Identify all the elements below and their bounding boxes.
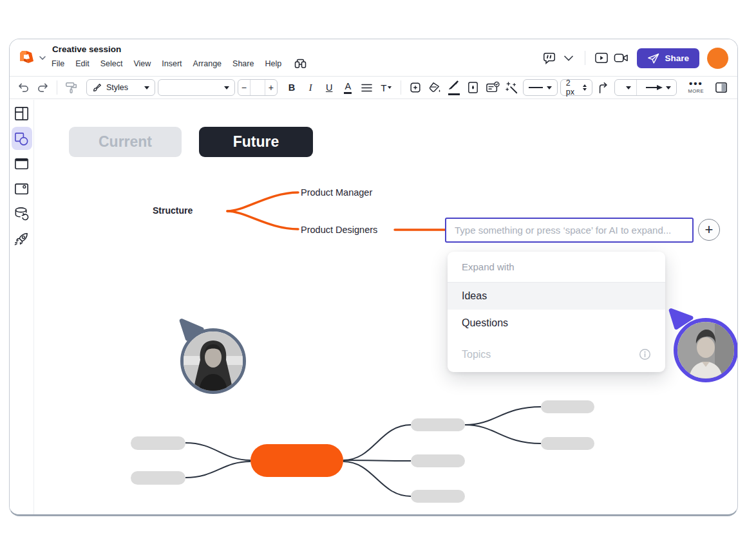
chevron-down-icon — [224, 86, 229, 89]
mindmap-child-product-manager[interactable]: Product Manager — [301, 187, 372, 198]
more-options-button[interactable]: ••• MORE — [688, 81, 704, 94]
font-size-value[interactable] — [250, 80, 265, 95]
border-color-icon[interactable] — [446, 79, 462, 96]
undo-icon[interactable] — [15, 79, 32, 96]
menu-edit[interactable]: Edit — [75, 59, 90, 68]
info-icon[interactable] — [639, 348, 651, 360]
magic-wand-icon[interactable] — [504, 79, 520, 96]
rocket-icon — [14, 231, 30, 247]
sidebar-item-frames[interactable] — [12, 152, 32, 175]
sidebar-item-templates[interactable] — [12, 102, 32, 125]
frame-icon — [14, 156, 30, 172]
opacity-icon[interactable] — [465, 79, 482, 96]
sidebar-item-shapes[interactable] — [12, 127, 32, 150]
tag-future[interactable]: Future — [199, 127, 313, 157]
board-title[interactable]: Creative session — [52, 44, 121, 54]
app-logo-icon[interactable] — [18, 48, 35, 66]
sidebar-item-data-import[interactable] — [12, 202, 32, 225]
stroke-width-value: 2 px — [566, 79, 580, 97]
share-button-label: Share — [665, 53, 689, 63]
styles-dropdown[interactable]: Styles — [86, 79, 155, 96]
text-color-button[interactable]: A — [340, 81, 356, 93]
search-objects-icon[interactable] — [294, 59, 307, 69]
panel-toggle-icon[interactable] — [713, 79, 730, 96]
toolbar-divider — [401, 80, 401, 95]
mindmap-child-product-designers[interactable]: Product Designers — [301, 225, 377, 235]
menu-file[interactable]: File — [52, 59, 64, 68]
current-user-avatar[interactable] — [707, 48, 728, 69]
comments-icon[interactable] — [540, 48, 559, 68]
menubar: File Edit Select View Insert Arrange Sha… — [52, 59, 307, 69]
font-size-stepper: − + — [238, 79, 277, 96]
image-icon — [14, 181, 30, 197]
styles-dropdown-label: Styles — [106, 83, 128, 92]
line-start-dropdown[interactable] — [615, 80, 637, 95]
expand-menu-item-ideas[interactable]: Ideas — [448, 283, 665, 310]
app-header: Creative session File Edit Select View I… — [10, 39, 737, 76]
decrease-icon — [583, 88, 587, 91]
expand-menu-item-topics-label: Topics — [462, 349, 491, 360]
connector-elbow-icon[interactable] — [595, 79, 612, 96]
chevron-down-icon — [666, 86, 671, 89]
card-check-icon[interactable] — [484, 79, 501, 96]
sidebar-item-apps[interactable] — [12, 227, 32, 250]
chevron-down-icon — [388, 86, 392, 89]
menu-share[interactable]: Share — [232, 59, 254, 68]
menu-arrange[interactable]: Arrange — [193, 59, 222, 68]
style-pen-icon — [92, 82, 102, 93]
toolbar-divider — [57, 80, 57, 95]
database-sync-icon — [14, 206, 30, 222]
redo-icon[interactable] — [34, 79, 51, 96]
menu-insert[interactable]: Insert — [162, 59, 182, 68]
header-right-controls: Share — [540, 47, 728, 69]
chevron-down-icon — [144, 86, 149, 89]
font-size-increase-button[interactable]: + — [265, 80, 277, 95]
add-node-button[interactable]: + — [698, 219, 720, 241]
templates-icon — [14, 106, 30, 122]
expand-menu-item-questions[interactable]: Questions — [448, 310, 665, 337]
tool-sidebar — [10, 100, 34, 514]
sketch-central-node[interactable] — [251, 444, 343, 477]
frame-crop-icon[interactable] — [407, 79, 424, 96]
italic-button[interactable]: I — [303, 82, 319, 93]
chevron-down-icon — [547, 86, 552, 89]
collaborator-avatar-male — [674, 318, 738, 382]
expand-menu-item-topics[interactable]: Topics — [448, 337, 665, 372]
fill-color-icon[interactable] — [426, 79, 443, 96]
ellipsis-icon: ••• — [689, 81, 703, 86]
text-align-button[interactable] — [359, 79, 375, 96]
board-menu-chevron-icon[interactable] — [39, 56, 46, 61]
mindmap-root-label[interactable]: Structure — [153, 205, 193, 216]
share-button[interactable]: Share — [637, 48, 699, 68]
line-style-dropdown[interactable] — [523, 79, 558, 96]
chevron-down-icon[interactable] — [559, 48, 578, 68]
arrow-right-icon — [646, 85, 663, 90]
sketch-connectors — [185, 407, 541, 496]
menu-help[interactable]: Help — [265, 59, 281, 68]
chevron-down-icon — [626, 86, 631, 89]
app-window: Creative session File Edit Select View I… — [9, 39, 738, 516]
expand-menu-header: Expand with — [448, 252, 665, 283]
menu-select[interactable]: Select — [100, 59, 123, 68]
sketch-placeholder-bars[interactable] — [131, 400, 594, 503]
text-format-button[interactable]: T — [378, 79, 395, 96]
menu-view[interactable]: View — [133, 59, 151, 68]
expand-menu: Expand with Ideas Questions Topics — [448, 252, 665, 372]
stroke-width-updown[interactable] — [583, 84, 587, 91]
sidebar-item-media[interactable] — [12, 177, 32, 200]
line-style-icon — [529, 87, 543, 88]
line-end-dropdown[interactable] — [641, 85, 676, 90]
collaborator-avatar-female — [180, 328, 246, 394]
shapes-icon — [14, 131, 30, 147]
underline-button[interactable]: U — [321, 82, 337, 93]
font-size-decrease-button[interactable]: − — [238, 80, 250, 95]
format-toolbar: Styles − + B I U A T — [10, 76, 737, 99]
paint-roller-icon[interactable] — [63, 79, 80, 96]
font-dropdown[interactable] — [158, 79, 235, 96]
ai-expand-input[interactable] — [445, 218, 694, 243]
bold-button[interactable]: B — [284, 82, 300, 93]
stroke-width-stepper[interactable]: 2 px — [560, 79, 592, 96]
tag-current[interactable]: Current — [69, 127, 182, 157]
presentation-play-icon[interactable] — [592, 48, 611, 68]
video-camera-icon[interactable] — [611, 48, 630, 68]
